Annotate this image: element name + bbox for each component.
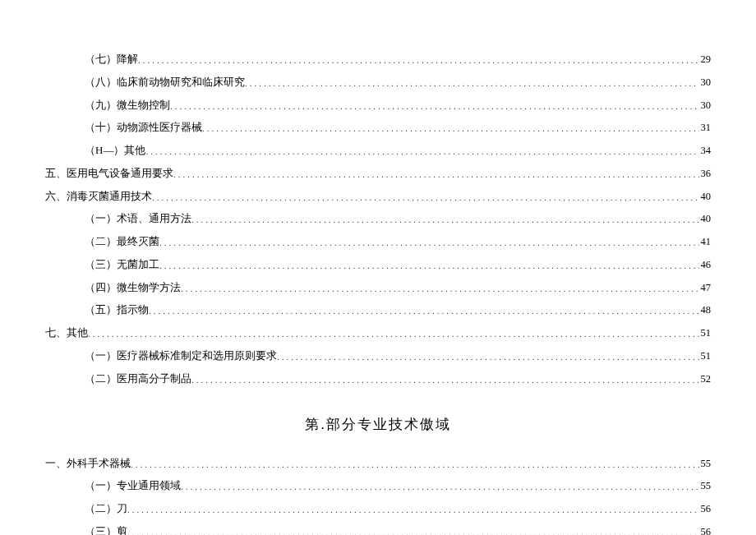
toc-entry-page: 30 <box>699 96 712 116</box>
toc-entry: （一）医疗器械标准制定和选用原则要求51 <box>45 346 711 367</box>
toc-entry-page: 51 <box>699 324 712 344</box>
toc-dot-leader <box>131 456 699 473</box>
toc-entry-page: 34 <box>699 141 712 161</box>
toc-entry-label: （八）临床前动物研究和临床研究 <box>85 72 245 93</box>
toc-entry: （二）医用高分子制品52 <box>45 369 711 390</box>
toc-entry-page: 29 <box>699 50 712 70</box>
toc-dot-leader <box>127 524 699 535</box>
toc-entry: （H—）其他34 <box>45 141 711 161</box>
toc-entry-label: （一）医疗器械标准制定和选用原则要求 <box>85 346 277 367</box>
toc-entry: （三）剪56 <box>45 522 711 535</box>
toc-entry: （十）动物源性医疗器械31 <box>45 118 711 138</box>
toc-entry-page: 52 <box>699 370 712 390</box>
toc-entry: （二）刀56 <box>45 499 711 519</box>
toc-entry-label: 一、外科手术器械 <box>45 454 131 474</box>
toc-dot-leader <box>191 211 699 228</box>
toc-dot-leader <box>145 143 698 160</box>
toc-entry-label: （五）指示物 <box>85 300 149 321</box>
toc-dot-leader <box>181 280 699 297</box>
toc-entry: 五、医用电气设备通用要求36 <box>45 164 711 184</box>
toc-entry: （九）微生物控制30 <box>45 95 711 116</box>
toc-entry: （三）无菌加工46 <box>45 255 711 275</box>
toc-dot-leader <box>127 501 699 519</box>
toc-entry-label: （H—）其他 <box>85 141 145 161</box>
toc-entry-label: （三）无菌加工 <box>85 255 159 275</box>
toc-entry-label: （二）医用高分子制品 <box>85 369 191 390</box>
toc-entry-label: （二）刀 <box>85 499 127 519</box>
toc-entry-page: 40 <box>699 210 712 229</box>
toc-entry-page: 30 <box>699 73 712 93</box>
toc-entry: （五）指示物48 <box>45 300 711 321</box>
toc-entry-label: （二）最终灭菌 <box>85 232 159 252</box>
toc-dot-leader <box>88 325 699 343</box>
toc-dot-leader <box>170 98 699 115</box>
toc-entry: 七、其他51 <box>45 323 711 344</box>
toc-list-part1: （七）降解29（八）临床前动物研究和临床研究30（九）微生物控制30（十）动物源… <box>45 49 711 389</box>
toc-dot-leader <box>159 257 699 274</box>
toc-entry-page: 41 <box>699 233 712 252</box>
toc-entry-page: 51 <box>699 347 712 367</box>
toc-dot-leader <box>173 166 699 183</box>
toc-entry-label: （九）微生物控制 <box>85 95 170 116</box>
toc-dot-leader <box>149 302 699 320</box>
toc-entry: （一）术语、通用方法40 <box>45 209 711 229</box>
toc-entry-page: 31 <box>699 118 712 138</box>
section-heading: 第.部分专业技术傲域 <box>45 412 711 438</box>
toc-entry-label: （一）术语、通用方法 <box>85 209 191 229</box>
toc-entry-label: 五、医用电气设备通用要求 <box>45 164 173 184</box>
toc-entry-page: 46 <box>699 256 712 275</box>
toc-entry: （七）降解29 <box>45 49 711 70</box>
toc-entry-page: 47 <box>699 279 712 298</box>
toc-dot-leader <box>152 189 699 206</box>
toc-entry: （八）临床前动物研究和临床研究30 <box>45 72 711 93</box>
toc-entry: （二）最终灭菌41 <box>45 232 711 252</box>
toc-entry: （四）微生物学方法47 <box>45 278 711 298</box>
toc-list-part2: 一、外科手术器械55（一）专业通用领域55（二）刀56（三）剪56（四）钳57（… <box>45 454 711 535</box>
toc-entry: 一、外科手术器械55 <box>45 454 711 474</box>
toc-dot-leader <box>245 75 699 92</box>
toc-entry-label: （十）动物源性医疗器械 <box>85 118 202 138</box>
toc-entry-page: 56 <box>699 523 712 535</box>
toc-dot-leader <box>181 478 699 496</box>
toc-entry-label: （四）微生物学方法 <box>85 278 181 298</box>
toc-entry-page: 36 <box>699 164 712 184</box>
toc-entry-label: 六、消毒灭菌通用技术 <box>45 187 152 207</box>
toc-dot-leader <box>277 348 699 366</box>
toc-entry-page: 40 <box>699 187 712 207</box>
toc-dot-leader <box>191 371 699 389</box>
toc-entry-page: 56 <box>699 500 712 519</box>
toc-dot-leader <box>138 52 699 69</box>
toc-entry-label: （一）专业通用领域 <box>85 476 181 496</box>
toc-entry-label: （三）剪 <box>85 522 127 535</box>
toc-entry-page: 55 <box>699 454 712 474</box>
toc-entry-label: 七、其他 <box>45 323 88 344</box>
toc-dot-leader <box>202 120 699 137</box>
toc-entry-page: 55 <box>699 477 712 496</box>
toc-entry: 六、消毒灭菌通用技术40 <box>45 187 711 207</box>
toc-dot-leader <box>159 234 699 251</box>
toc-entry: （一）专业通用领域55 <box>45 476 711 496</box>
toc-entry-label: （七）降解 <box>85 49 138 70</box>
toc-entry-page: 48 <box>699 301 712 321</box>
